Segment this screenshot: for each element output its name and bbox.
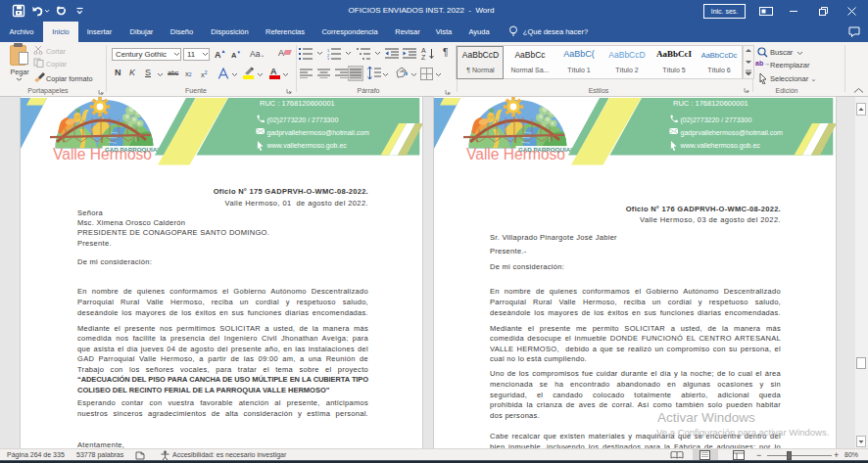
svg-text:GAD PARROQUIAL: GAD PARROQUIAL [518,147,575,153]
svg-text:www.vallehermoso.gob.ec: www.vallehermoso.gob.ec [680,142,761,150]
svg-text:(02)2773220 / 2773300: (02)2773220 / 2773300 [267,116,339,124]
svg-text:RUC : 1768120600001: RUC : 1768120600001 [673,99,748,108]
svg-text:www.vallehermoso.gob.ec: www.vallehermoso.gob.ec [266,142,348,150]
svg-text:3: 3 [327,57,330,60]
svg-text:gadprvallehermoso@hotmail.com: gadprvallehermoso@hotmail.com [681,129,784,137]
svg-text:GAD PARROQUIAL: GAD PARROQUIAL [105,147,162,153]
svg-text:gadprvallehermoso@hotmail.com: gadprvallehermoso@hotmail.com [267,129,370,137]
svg-text:RUC : 1768120600001: RUC : 1768120600001 [260,99,335,108]
svg-text:(02)2773220 / 2773300: (02)2773220 / 2773300 [681,116,752,124]
